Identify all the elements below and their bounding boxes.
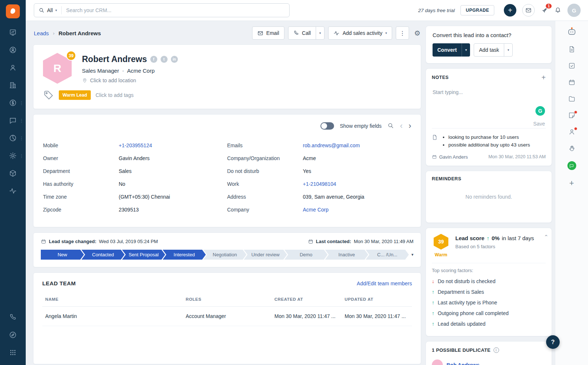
notification-dot — [574, 127, 577, 130]
field-row: Zipcode2309513 — [43, 203, 227, 216]
rail-item-freddy[interactable] — [567, 27, 577, 36]
sidebar-item-activities[interactable] — [0, 182, 26, 200]
sidebar-item-apps[interactable] — [0, 344, 26, 361]
convert-button[interactable]: Convert ▾ — [433, 43, 470, 57]
duplicate-name-link[interactable]: Bob Andrews — [447, 362, 480, 365]
info-icon[interactable]: i — [494, 347, 499, 353]
add-sales-activity-button[interactable]: Add sales activity ▾ — [328, 26, 392, 40]
field-row: Time zone(GMT+05:30) Chennai — [43, 190, 227, 203]
kebab-icon[interactable]: ⋮ — [19, 153, 24, 158]
breadcrumb-leads-link[interactable]: Leads — [34, 30, 49, 36]
stage-inactive[interactable]: Inactive — [325, 250, 369, 260]
collapse-chevron-icon[interactable]: › — [542, 235, 549, 236]
duplicate-item[interactable]: Bob Andrews — [432, 359, 546, 365]
folder-icon — [568, 95, 576, 102]
email-button[interactable]: Email — [252, 26, 284, 40]
sidebar-item-conversations[interactable]: ⋮ — [0, 112, 26, 129]
sidebar-item-phone[interactable] — [0, 308, 26, 326]
field-value-link[interactable]: rob.andrews@gmail.com — [303, 142, 360, 148]
sidebar-item-leads[interactable] — [0, 59, 26, 76]
add-task-button[interactable]: Add task ▾ — [474, 43, 513, 57]
page-settings-button[interactable]: ⚙ — [414, 29, 420, 37]
add-location-field[interactable]: Click to add location — [82, 77, 178, 83]
convert-dropdown-toggle[interactable]: ▾ — [462, 43, 470, 57]
field-value-link[interactable]: Acme Corp — [303, 207, 329, 213]
sidebar-item-reports[interactable]: ⋮ — [0, 129, 26, 147]
rail-item-engage[interactable] — [568, 145, 576, 152]
add-tags-field[interactable]: Click to add tags — [96, 92, 134, 98]
stage-dropdown-toggle[interactable]: ▾ — [412, 252, 414, 257]
rail-item-notes[interactable] — [568, 112, 576, 119]
kebab-icon[interactable]: ⋮ — [19, 101, 24, 105]
rail-item-tasks[interactable] — [568, 62, 576, 69]
add-note-button[interactable]: + — [541, 74, 546, 81]
whats-new-button[interactable]: 1 — [541, 7, 548, 14]
possible-duplicate-card: 1 POSSIBLE DUPLICATE i Bob Andrews — [426, 341, 552, 365]
more-actions-button[interactable]: ⋮ — [396, 26, 409, 40]
prev-page-button[interactable]: ‹ — [400, 122, 402, 130]
stage-under-review[interactable]: Under review — [244, 250, 287, 260]
email-inbox-button[interactable] — [522, 4, 535, 17]
grammarly-icon[interactable]: G — [535, 106, 545, 116]
sidebar-item-deals[interactable]: ⋮ — [0, 94, 26, 112]
field-value-link[interactable]: +1-203955124 — [119, 142, 152, 148]
field-search-button[interactable] — [387, 122, 394, 130]
field-label: Emails — [227, 142, 303, 148]
twitter-icon[interactable]: t — [161, 56, 168, 63]
save-note-button[interactable]: Save — [533, 121, 545, 127]
lead-tag-warm[interactable]: Warm Lead — [59, 90, 91, 100]
arrow-up-icon: ↑ — [432, 310, 434, 316]
sidebar-item-accounts[interactable] — [0, 76, 26, 94]
kebab-icon[interactable]: ⋮ — [19, 118, 24, 123]
stage-negotiation[interactable]: Negotiation — [203, 250, 247, 260]
rail-item-documents[interactable] — [568, 46, 576, 53]
search-scope-dropdown[interactable]: All ▾ — [34, 7, 61, 13]
show-empty-fields-toggle[interactable] — [320, 122, 334, 130]
stage-demo[interactable]: Demo — [284, 250, 328, 260]
freshworks-logo[interactable] — [6, 4, 20, 18]
factors-title: Top scoring factors: — [432, 268, 546, 273]
rail-item-contacts[interactable] — [568, 128, 576, 135]
note-editor[interactable]: Start typing... G Save — [432, 81, 546, 128]
divider — [432, 263, 546, 263]
sidebar-item-explore[interactable] — [0, 326, 26, 344]
user-avatar[interactable]: G — [567, 4, 581, 17]
scoring-factor: ↑Outgoing phone call completed — [432, 308, 546, 319]
sidebar-item-dashboard[interactable] — [0, 24, 26, 41]
call-button[interactable]: Call ▾ — [288, 26, 325, 40]
help-button[interactable]: ? — [546, 335, 560, 349]
stage-interested[interactable]: Interested — [163, 250, 206, 260]
facebook-icon[interactable]: f — [150, 56, 157, 63]
quick-add-button[interactable]: + — [504, 4, 516, 17]
rail-item-calendar[interactable] — [568, 79, 576, 86]
call-dropdown-toggle[interactable]: ▾ — [316, 27, 325, 39]
deals-icon — [9, 99, 17, 107]
search-scope-label: All — [47, 7, 53, 13]
rail-item-chat[interactable] — [567, 161, 576, 170]
sidebar-item-settings[interactable]: ⋮ — [0, 147, 26, 165]
next-page-button[interactable]: › — [409, 122, 411, 130]
stage-contacted[interactable]: Contacted — [82, 250, 125, 260]
field-row: CompanyAcme Corp — [227, 203, 411, 216]
sidebar-item-contacts[interactable] — [0, 41, 26, 59]
notes-card: NOTES + Start typing... G Save looking t… — [426, 68, 552, 166]
field-value-link[interactable]: +1-210498104 — [303, 181, 336, 187]
sidebar-item-products[interactable] — [0, 165, 26, 182]
field-row: Emailsrob.andrews@gmail.com — [227, 139, 411, 152]
linkedin-icon[interactable]: in — [171, 56, 178, 63]
notifications-button[interactable] — [554, 7, 562, 14]
search-input[interactable] — [62, 7, 289, 13]
edit-team-members-link[interactable]: Add/Edit team members — [357, 281, 412, 286]
stage-changed-label: Lead stage changed: — [49, 239, 96, 244]
stage-sent-proposal[interactable]: Sent Proposal — [122, 250, 165, 260]
rail-item-add-app[interactable]: + — [569, 179, 574, 187]
table-row[interactable]: Angela Martin Account Manager Mon 30 Mar… — [42, 307, 412, 326]
stage-closed[interactable]: C... /Un... — [366, 250, 409, 260]
stage-new[interactable]: New — [41, 250, 84, 260]
kebab-icon[interactable]: ⋮ — [19, 136, 24, 141]
rail-item-files[interactable] — [568, 95, 576, 102]
show-empty-fields-label: Show empty fields — [340, 123, 382, 129]
add-task-dropdown-toggle[interactable]: ▾ — [504, 44, 513, 56]
upgrade-button[interactable]: UPGRADE — [460, 5, 494, 15]
note-item[interactable]: looking to purchase for 10 users possibl… — [432, 128, 546, 149]
